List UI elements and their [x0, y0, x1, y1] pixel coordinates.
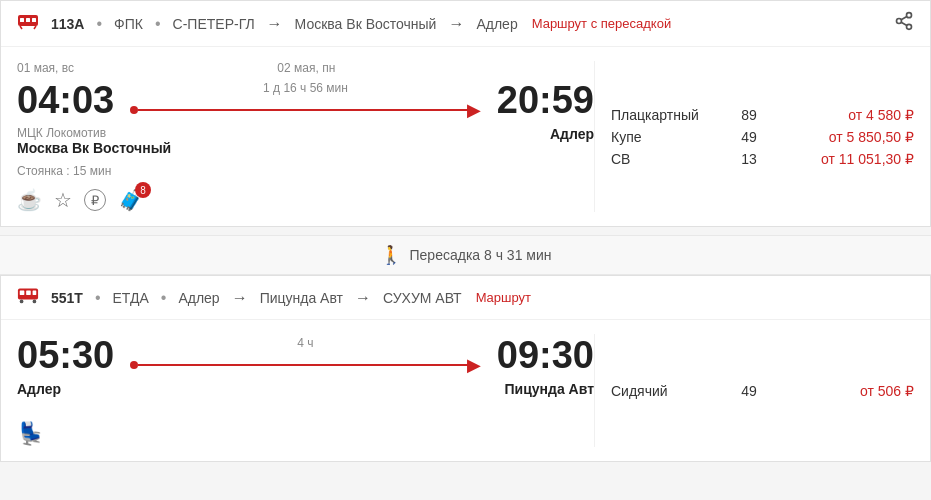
svg-point-16	[33, 300, 37, 304]
svg-point-7	[897, 19, 902, 24]
bus-left-section: 05:30 4 ч ▶ 09:30 Адлер Пицунда Авт	[17, 334, 594, 447]
svg-rect-2	[26, 18, 30, 22]
bus-sep-1: •	[95, 289, 101, 307]
station-from-sub: МЦК Локомотив	[17, 126, 171, 140]
bus-sep-2: •	[161, 289, 167, 307]
transfer-label: Пересадка 8 ч 31 мин	[410, 247, 552, 263]
share-icon[interactable]	[894, 11, 914, 36]
svg-point-6	[907, 13, 912, 18]
svg-rect-13	[26, 290, 31, 295]
bus-from-station-block: Адлер	[17, 381, 61, 399]
train-tickets-section: Плацкартный 89 от 4 580 ₽ Купе 49 от 5 8…	[594, 61, 914, 212]
route-mid: Москва Вк Восточный	[295, 16, 437, 32]
arrow-end-icon: ▶	[467, 99, 481, 121]
line-dot-start	[130, 106, 138, 114]
ticket-count-2: 13	[729, 151, 769, 167]
travel-line	[138, 109, 469, 111]
bus-ticket-price-0: от 506 ₽	[860, 383, 914, 399]
route-from: С-ПЕТЕР-ГЛ	[173, 16, 255, 32]
bus-station-to-name: Пицунда Авт	[505, 381, 594, 397]
svg-rect-1	[20, 18, 24, 22]
train-stations-row: МЦК Локомотив Москва Вк Восточный Адлер	[17, 126, 594, 158]
station-to-name: Адлер	[550, 126, 594, 142]
luggage-icon: 🧳 8	[118, 188, 143, 212]
bus-service-icons: 💺	[17, 413, 594, 447]
train-operator: ФПК	[114, 16, 143, 32]
svg-line-9	[901, 22, 907, 25]
ticket-type-2: СВ	[611, 151, 721, 167]
train-icon	[17, 12, 39, 35]
bus-ticket-count-0: 49	[729, 383, 769, 399]
ticket-row-1[interactable]: Купе 49 от 5 850,50 ₽	[611, 129, 914, 145]
svg-line-10	[901, 16, 907, 19]
svg-rect-14	[33, 290, 37, 295]
walk-icon: 🚶	[380, 244, 402, 266]
bus-to-station-block: Пицунда Авт	[505, 381, 594, 399]
svg-line-4	[20, 26, 22, 29]
bus-route-mid: Пицунда Авт	[260, 290, 343, 306]
ticket-count-0: 89	[729, 107, 769, 123]
bus-number: 551Т	[51, 290, 83, 306]
separator-1: •	[96, 15, 102, 33]
ticket-price-1: от 5 850,50 ₽	[829, 129, 914, 145]
bus-card: 551Т • ЕТДА • Адлер → Пицунда Авт → СУХУ…	[0, 275, 931, 462]
svg-point-8	[907, 24, 912, 29]
route-arrow-1: →	[267, 15, 283, 33]
ticket-price-0: от 4 580 ₽	[848, 107, 914, 123]
bus-ticket-type-0: Сидячий	[611, 383, 721, 399]
bus-arrow-end-icon: ▶	[467, 354, 481, 376]
date-from: 01 мая, вс	[17, 61, 74, 75]
bus-time-arrival: 09:30	[497, 334, 594, 377]
train-card: 113А • ФПК • С-ПЕТЕР-ГЛ → Москва Вк Вост…	[0, 0, 931, 227]
line-container: ▶	[130, 99, 481, 121]
route-to: Адлер	[476, 16, 517, 32]
route-arrow-2: →	[448, 15, 464, 33]
duration-label: 1 д 16 ч 56 мин	[263, 81, 348, 95]
ticket-type-0: Плацкартный	[611, 107, 721, 123]
bus-route-from: Адлер	[178, 290, 219, 306]
svg-line-5	[34, 26, 36, 29]
train-card-header: 113А • ФПК • С-ПЕТЕР-ГЛ → Москва Вк Вост…	[1, 1, 930, 47]
ticket-type-1: Купе	[611, 129, 721, 145]
bus-line-container: ▶	[130, 354, 481, 376]
bus-duration-label: 4 ч	[297, 336, 313, 350]
bus-tickets-section: Сидячий 49 от 506 ₽	[594, 334, 914, 447]
luggage-badge: 8	[135, 182, 151, 198]
separator-2: •	[155, 15, 161, 33]
train-dates-row: 01 мая, вс 02 мая, пн	[17, 61, 594, 75]
time-departure: 04:03	[17, 79, 114, 122]
bus-duration-line: 4 ч ▶	[130, 336, 481, 376]
svg-rect-12	[20, 290, 25, 295]
to-station-block: Адлер	[550, 126, 594, 158]
from-station-block: МЦК Локомотив Москва Вк Восточный	[17, 126, 171, 158]
duration-line: 1 д 16 ч 56 мин ▶	[130, 81, 481, 121]
train-left-section: 01 мая, вс 02 мая, пн 04:03 1 д 16 ч 56 …	[17, 61, 594, 212]
bus-stations-row: Адлер Пицунда Авт	[17, 381, 594, 399]
date-to: 02 мая, пн	[277, 61, 335, 75]
svg-rect-3	[32, 18, 36, 22]
train-card-body: 01 мая, вс 02 мая, пн 04:03 1 д 16 ч 56 …	[1, 47, 930, 226]
transfer-bar: 🚶 Пересадка 8 ч 31 мин	[0, 235, 931, 275]
svg-point-15	[20, 300, 24, 304]
ticket-row-0[interactable]: Плацкартный 89 от 4 580 ₽	[611, 107, 914, 123]
route-tag: Маршрут с пересадкой	[532, 16, 672, 31]
ruble-icon: ₽	[84, 189, 106, 211]
bus-operator: ЕТДА	[113, 290, 149, 306]
train-times-row: 04:03 1 д 16 ч 56 мин ▶ 20:59	[17, 79, 594, 122]
bus-time-departure: 05:30	[17, 334, 114, 377]
bus-ticket-row-0[interactable]: Сидячий 49 от 506 ₽	[611, 383, 914, 399]
time-arrival: 20:59	[497, 79, 594, 122]
bus-card-body: 05:30 4 ч ▶ 09:30 Адлер Пицунда Авт	[1, 320, 930, 461]
stojanка-label: Стоянка : 15 мин	[17, 164, 594, 178]
bus-route-tag: Маршрут	[476, 290, 531, 305]
station-from-name: Москва Вк Восточный	[17, 140, 171, 156]
ticket-row-2[interactable]: СВ 13 от 11 051,30 ₽	[611, 151, 914, 167]
train-number: 113А	[51, 16, 84, 32]
train-service-icons: ☕ ☆ ₽ 🧳 8	[17, 188, 594, 212]
bus-times-row: 05:30 4 ч ▶ 09:30	[17, 334, 594, 377]
seat-icon: 💺	[17, 421, 44, 447]
ticket-price-2: от 11 051,30 ₽	[821, 151, 914, 167]
bus-station-from-name: Адлер	[17, 381, 61, 397]
bus-route-to: СУХУМ АВТ	[383, 290, 462, 306]
ticket-count-1: 49	[729, 129, 769, 145]
